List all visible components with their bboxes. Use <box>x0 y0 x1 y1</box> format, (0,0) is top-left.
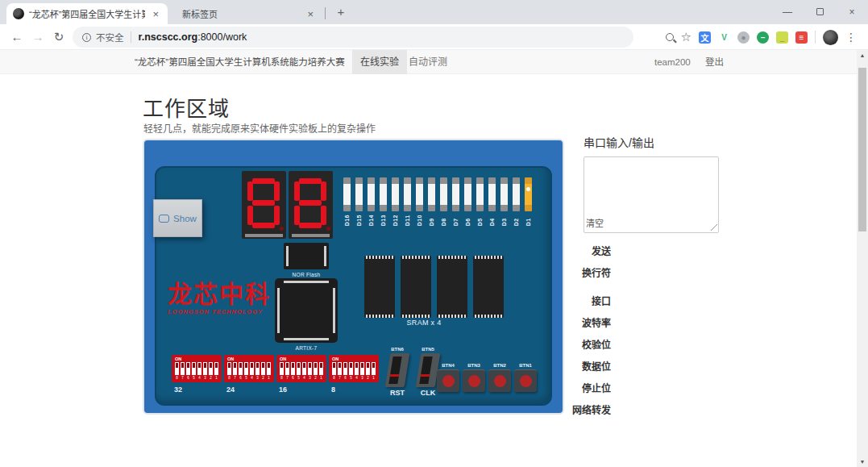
reload-button[interactable]: ↻ <box>48 30 69 44</box>
dip-switch-16-1[interactable] <box>319 362 323 375</box>
push-button-btn1[interactable] <box>514 369 537 392</box>
resize-handle-icon[interactable] <box>711 224 717 231</box>
dip-switch-16-6[interactable] <box>291 362 295 375</box>
logout-link[interactable]: 登出 <box>705 50 724 74</box>
browser-tab-current[interactable]: “龙芯杯”第四届全国大学生计算机 × <box>6 3 168 24</box>
dip-switch-8-5[interactable] <box>349 362 353 375</box>
dip-switch-32-8[interactable] <box>175 362 179 375</box>
red-extension-icon[interactable]: ≡ <box>795 31 808 44</box>
dip-pin-label: 1 <box>372 376 376 380</box>
serial-label-databits-select: 数据位 <box>572 358 611 373</box>
dip-switch-8-4[interactable] <box>355 362 359 375</box>
toggle-switch-rst[interactable] <box>385 353 410 387</box>
nav-tab-auto-judge[interactable]: 自动评测 <box>401 50 455 74</box>
dip-switch-32-7[interactable] <box>181 362 185 375</box>
url-field[interactable]: i 不安全 r.nscscc.org :8000/work <box>73 27 633 48</box>
show-button[interactable]: Show <box>153 199 202 237</box>
dip-switch-16-5[interactable] <box>297 362 301 375</box>
window-restore-button[interactable] <box>804 0 836 24</box>
dip-switch-24-6[interactable] <box>239 362 243 375</box>
translate-extension-icon[interactable]: 文 <box>699 31 711 44</box>
toolbar-divider <box>815 31 816 44</box>
green-circle-extension-icon[interactable]: – <box>757 31 769 44</box>
window-minimize-button[interactable]: — <box>771 0 804 24</box>
dip-switch-group-32[interactable]: ON87654321 <box>172 355 222 382</box>
dip-switch-8-6[interactable] <box>343 362 347 375</box>
tab-close-icon[interactable]: × <box>305 8 316 20</box>
dip-switch-24-8[interactable] <box>227 362 231 375</box>
dip-switch-8-8[interactable] <box>332 362 336 375</box>
led-label-d2: D2 <box>513 215 520 226</box>
scroll-up-icon[interactable]: ▲ <box>857 52 868 58</box>
led-d7 <box>452 177 459 211</box>
profile-avatar[interactable] <box>823 30 838 45</box>
scrollbar-thumb[interactable] <box>858 68 866 231</box>
nav-tab-online-lab[interactable]: 在线实验 <box>352 50 407 74</box>
push-button-btn2[interactable] <box>488 369 511 392</box>
dip-switch-32-6[interactable] <box>186 362 190 375</box>
tab-title: “龙芯杯”第四届全国大学生计算机 <box>29 7 145 20</box>
gray-circle-extension-icon[interactable]: ● <box>737 31 750 44</box>
page-scrollbar[interactable]: ▲ ▼ <box>857 50 868 467</box>
scroll-down-icon[interactable]: ▼ <box>857 459 868 465</box>
new-tab-button[interactable]: + <box>332 6 350 19</box>
window-close-button[interactable]: × <box>836 0 868 24</box>
dip-switch-24-3[interactable] <box>255 362 260 375</box>
dip-switch-16-8[interactable] <box>280 362 284 375</box>
dip-switch-group-8[interactable]: ON87654321 <box>329 355 379 382</box>
serial-terminal[interactable] <box>584 156 719 233</box>
dip-switch-group-24[interactable]: ON87654321 <box>224 355 274 382</box>
segment-b <box>252 223 275 228</box>
push-button-row: BTN4BTN3BTN2BTN1 <box>437 363 537 392</box>
browser-menu-icon[interactable]: ⋮ <box>845 31 857 44</box>
dip-switch-8-2[interactable] <box>366 362 370 375</box>
dip-group-label-24: 24 <box>224 386 274 394</box>
forward-button[interactable]: → <box>27 30 48 44</box>
dip-switch-16-7[interactable] <box>285 362 289 375</box>
dip-pin-label: 4 <box>250 376 254 380</box>
dip-pin-label: 6 <box>186 376 190 380</box>
url-path: :8000/work <box>197 31 247 43</box>
led-d11 <box>404 177 411 211</box>
push-button-btn4[interactable] <box>437 369 459 392</box>
dip-switch-8-7[interactable] <box>338 362 342 375</box>
dip-switch-32-5[interactable] <box>192 362 196 375</box>
segment-br <box>274 206 280 225</box>
dip-pin-label: 2 <box>209 376 213 380</box>
dip-switch-8-3[interactable] <box>360 362 364 375</box>
tab-close-icon[interactable]: × <box>150 8 161 20</box>
dip-switch-row: ON87654321ON87654321ON87654321ON87654321 <box>172 355 379 382</box>
dip-switch-32-2[interactable] <box>209 362 213 375</box>
dip-switch-group-16[interactable]: ON87654321 <box>276 355 326 382</box>
vue-extension-icon[interactable]: V <box>718 31 730 44</box>
led-d16 <box>343 177 351 211</box>
dip-switch-24-1[interactable] <box>267 362 271 375</box>
dip-pin-label: 3 <box>360 376 364 380</box>
dip-switch-32-3[interactable] <box>203 362 207 375</box>
dip-switch-16-3[interactable] <box>308 362 312 375</box>
nor-flash-label: NOR Flash <box>274 272 338 277</box>
dip-pin-label: 4 <box>197 376 201 380</box>
bookmark-star-icon[interactable]: ☆ <box>681 30 691 44</box>
dip-pin-label: 8 <box>332 376 336 380</box>
dip-switch-32-1[interactable] <box>214 362 218 375</box>
yellow-extension-icon[interactable]: _ <box>776 31 788 44</box>
dip-switch-24-4[interactable] <box>250 362 254 375</box>
back-button[interactable]: ← <box>6 30 27 44</box>
segment-m <box>252 200 275 206</box>
clear-terminal-button[interactable]: 清空 <box>586 216 604 229</box>
browser-tab-newtab[interactable]: 新标签页 × <box>171 3 322 24</box>
led-d15 <box>355 177 363 211</box>
push-button-btn3[interactable] <box>463 369 485 392</box>
dip-switch-8-1[interactable] <box>372 362 376 375</box>
zoom-icon[interactable] <box>666 33 674 41</box>
led-d2 <box>513 177 520 211</box>
dip-switch-32-4[interactable] <box>197 362 201 375</box>
dip-switch-24-5[interactable] <box>244 362 248 375</box>
dip-switch-24-7[interactable] <box>233 362 237 375</box>
info-icon[interactable]: i <box>82 33 91 42</box>
dip-switch-24-2[interactable] <box>261 362 265 375</box>
dip-switch-16-4[interactable] <box>302 362 306 375</box>
serial-label-parity-select: 校验位 <box>572 336 611 352</box>
dip-switch-16-2[interactable] <box>314 362 318 375</box>
